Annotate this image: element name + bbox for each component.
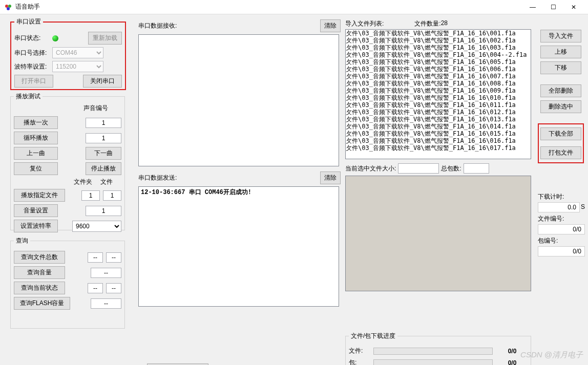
dl-time-value: 0.0 — [538, 202, 580, 212]
port-select[interactable]: COM46 — [52, 47, 103, 58]
file-list-item[interactable]: 攵件\03_音频下载软件_V8\燃气报警_F1A_16_16\008.f1a — [346, 80, 531, 87]
move-down-button[interactable]: 下移 — [540, 61, 581, 74]
file-list-item[interactable]: 攵件\03_音频下载软件_V8\燃气报警_F1A_16_16\007.f1a — [346, 73, 531, 80]
total-pkt-label: 总包数: — [441, 164, 461, 173]
state-val2 — [106, 283, 121, 293]
file-list-item[interactable]: 攵件\03_音频下载软件_V8\燃气报警_F1A_16_16\004--2.f1… — [346, 51, 531, 58]
file-list-item[interactable]: 攵件\03_音频下载软件_V8\燃气报警_F1A_16_16\003.f1a — [346, 44, 531, 51]
file-list[interactable]: 攵件\03_音频下载软件_V8\燃气报警_F1A_16_16\001.f1a攵件… — [345, 29, 531, 159]
svg-point-2 — [7, 7, 10, 10]
baud-rate-select[interactable]: 9600 — [72, 221, 121, 232]
loop-play-button[interactable]: 循环播放 — [14, 132, 58, 144]
pack-files-button[interactable]: 打包文件 — [540, 146, 581, 159]
file-progress-label: 文件: — [349, 347, 369, 355]
file-list-item[interactable]: 攵件\03_音频下载软件_V8\燃气报警_F1A_16_16\011.f1a — [346, 101, 531, 109]
progress-group: 文件/包下载进度 文件: 0/0 包: 0/0 — [345, 332, 531, 365]
file-list-item[interactable]: 攵件\03_音频下载软件_V8\燃气报警_F1A_16_16\002.f1a — [346, 37, 531, 44]
file-no-value: 0/0 — [538, 224, 585, 234]
volume-val — [91, 268, 121, 278]
close-serial-button[interactable]: 关闭串口 — [83, 75, 122, 88]
query-legend: 查询 — [14, 237, 30, 245]
port-label: 串口号选择: — [14, 49, 49, 57]
stop-play-button[interactable]: 停止播放 — [86, 162, 121, 175]
query-state-button[interactable]: 查询当前状态 — [14, 282, 65, 294]
serial-legend: 串口设置 — [14, 17, 43, 26]
pkt-progress-bar — [373, 359, 493, 366]
titlebar: 语音助手 — ☐ ✕ — [0, 0, 588, 14]
volume-set-button[interactable]: 音量设置 — [14, 204, 58, 217]
baud-label: 波特率设置: — [14, 62, 49, 71]
dl-time-label: 下载计时: — [538, 192, 585, 201]
file-input[interactable] — [103, 190, 121, 201]
move-up-button[interactable]: 上移 — [540, 46, 581, 58]
file-list-item[interactable]: 攵件\03_音频下载软件_V8\燃气报警_F1A_16_16\016.f1a — [346, 137, 531, 144]
total-pkt-value — [464, 163, 489, 174]
query-flash-button[interactable]: 查询FLASH容量 — [14, 297, 70, 310]
sound-no-label: 声音编号 — [70, 104, 121, 113]
play-specified-button[interactable]: 播放指定文件 — [14, 189, 65, 202]
volume-input[interactable] — [86, 206, 121, 216]
file-list-item[interactable]: 攵件\03_音频下载软件_V8\燃气报警_F1A_16_16\010.f1a — [346, 94, 531, 101]
file-list-item[interactable]: 攵件\03_音频下载软件_V8\燃气报警_F1A_16_16\012.f1a — [346, 109, 531, 116]
sound-no-input-2[interactable] — [86, 133, 121, 143]
download-all-button[interactable]: 下载全部 — [540, 127, 581, 140]
minimize-button[interactable]: — — [522, 0, 543, 14]
send-textbox[interactable]: 12-10-36:667 串口 COM46开启成功! — [138, 186, 339, 307]
file-list-item[interactable]: 攵件\03_音频下载软件_V8\燃气报警_F1A_16_16\006.f1a — [346, 66, 531, 73]
close-button[interactable]: ✕ — [563, 0, 584, 14]
filelist-label: 导入文件列表: — [345, 19, 384, 28]
preview-area[interactable] — [345, 176, 531, 291]
file-list-item[interactable]: 攵件\03_音频下载软件_V8\燃气报警_F1A_16_16\009.f1a — [346, 87, 531, 94]
file-progress-value: 0/0 — [497, 348, 528, 355]
folder-header: 文件夹 — [71, 178, 95, 186]
file-list-item[interactable]: 攵件\03_音频下载软件_V8\燃气报警_F1A_16_16\015.f1a — [346, 130, 531, 137]
query-volume-button[interactable]: 查询音量 — [14, 266, 65, 279]
status-dot-icon — [52, 35, 58, 41]
stats-panel: 下载计时: 0.0 S 文件编号: 0/0 包编号: 0/0 — [538, 190, 585, 256]
maximize-button[interactable]: ☐ — [543, 0, 563, 14]
pkt-progress-value: 0/0 — [497, 359, 528, 366]
folder-input[interactable] — [81, 190, 100, 201]
svg-point-0 — [5, 5, 8, 8]
state-val1 — [88, 283, 103, 293]
sound-no-input-1[interactable] — [86, 118, 121, 128]
file-progress-bar — [373, 348, 493, 355]
file-list-item[interactable]: 攵件\03_音频下载软件_V8\燃气报警_F1A_16_16\005.f1a — [346, 58, 531, 66]
file-no-label: 文件编号: — [538, 214, 585, 223]
pkt-no-label: 包编号: — [538, 237, 585, 245]
recv-label: 串口数据接收: — [138, 22, 320, 30]
recv-textbox[interactable] — [138, 34, 339, 166]
reset-button[interactable]: 复位 — [14, 162, 58, 175]
dl-time-unit: S — [581, 203, 585, 210]
import-button[interactable]: 导入文件 — [540, 30, 581, 42]
play-legend: 播放测试 — [14, 92, 43, 101]
reload-button[interactable]: 重新加载 — [88, 32, 122, 45]
progress-legend: 文件/包下载进度 — [349, 332, 397, 340]
play-once-button[interactable]: 播放一次 — [14, 116, 58, 129]
pkt-progress-label: 包: — [349, 358, 369, 365]
prev-track-button[interactable]: 上一曲 — [14, 147, 58, 160]
app-icon — [4, 3, 12, 11]
cur-size-value — [398, 163, 439, 174]
serial-settings-group: 串口设置 串口状态: 重新加载 串口号选择: COM46 波特率设置: 1152… — [10, 17, 126, 90]
file-list-item[interactable]: 攵件\03_音频下载软件_V8\燃气报警_F1A_16_16\014.f1a — [346, 123, 531, 130]
delete-selected-button[interactable]: 删除选中 — [540, 100, 581, 113]
baud-select[interactable]: 115200 — [52, 61, 103, 72]
total-files-val2 — [106, 252, 121, 263]
send-clear-button[interactable]: 清除 — [320, 171, 341, 184]
send-label: 串口数据发送: — [138, 174, 320, 182]
query-group: 查询 查询文件总数 查询音量 查询当前状态 查询FLASH容量 — [10, 237, 125, 329]
delete-all-button[interactable]: 全部删除 — [540, 84, 581, 97]
file-header: 文件 — [95, 178, 118, 186]
open-serial-button[interactable]: 打开串口 — [14, 75, 53, 88]
filecount-value: 28 — [441, 19, 448, 28]
file-list-item[interactable]: 攵件\03_音频下载软件_V8\燃气报警_F1A_16_16\017.f1a — [346, 144, 531, 152]
query-total-files-button[interactable]: 查询文件总数 — [14, 251, 65, 264]
file-list-item[interactable]: 攵件\03_音频下载软件_V8\燃气报警_F1A_16_16\013.f1a — [346, 116, 531, 123]
file-list-item[interactable]: 攵件\03_音频下载软件_V8\燃气报警_F1A_16_16\001.f1a — [346, 30, 531, 37]
serial-status-label: 串口状态: — [14, 34, 49, 42]
next-track-button[interactable]: 下一曲 — [86, 147, 121, 160]
pkt-no-value: 0/0 — [538, 246, 585, 256]
recv-clear-button[interactable]: 清除 — [320, 19, 341, 32]
set-baud-button[interactable]: 设置波特率 — [14, 220, 58, 232]
